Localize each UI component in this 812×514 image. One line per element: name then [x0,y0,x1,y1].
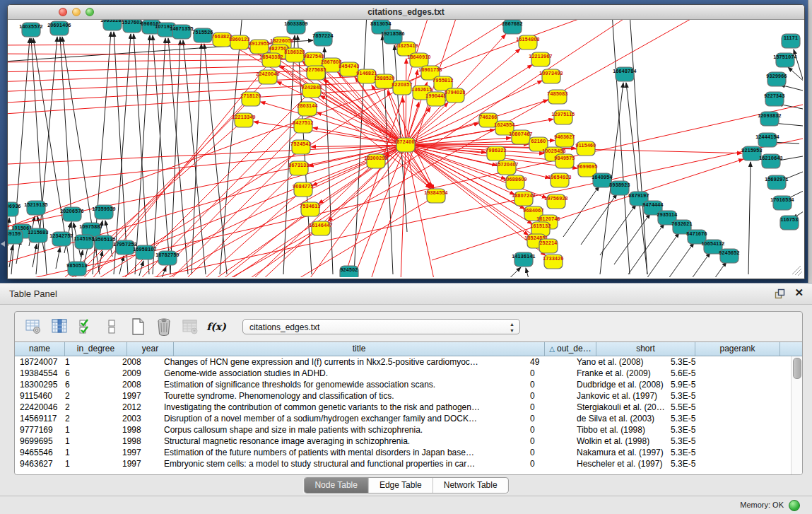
graph-node-label: 924502 [340,267,358,272]
table-settings-icon[interactable] [23,317,43,337]
graph-node-label: 19756928 [544,196,568,201]
column-header-year[interactable]: year [127,342,174,356]
graph-node-label: 8215953 [741,148,762,153]
graph-node-label: 19384554 [424,190,448,195]
table-cell: 5.3E-5 [666,413,746,424]
table-cell: 1997 [117,458,159,469]
function-builder-icon[interactable]: f(x) [206,317,226,337]
right-panel-edge[interactable] [808,0,812,283]
table-cell: 22420046 [15,402,60,413]
table-cell: 2012 [117,402,159,413]
table-cell: 0 [525,368,572,379]
graph-node-label: 116753 [781,217,799,222]
table-cell: 14569117 [15,413,60,424]
table-cell: 5.3E-5 [666,447,746,458]
graph-node-label: 10025458 [542,148,566,153]
graph-node-label: 7632621 [671,221,692,226]
table-cell: 49 [525,356,572,368]
window-resize-grip[interactable] [792,266,802,276]
graph-node-label: 1145193 [74,236,95,241]
graph-node-label: 9115460 [576,143,596,148]
column-header-title[interactable]: title [174,342,545,356]
graph-node-label: 7986322 [486,148,506,153]
graph-node-label: 26206936 [8,204,21,209]
table-vertical-scrollbar[interactable] [791,356,802,474]
column-header-out_de[interactable]: △out_de… [545,342,596,356]
graph-node-label: 19218586 [381,31,405,36]
table-row[interactable]: 1830029562008Estimation of significance … [15,379,802,390]
graph-node-label: 15720407 [495,162,519,167]
table-chooser-dropdown[interactable]: citations_edges.txt ▲▼ [242,319,520,334]
table-cell: Hescheler et al. (1997) [572,458,666,469]
table-cell: 5.3E-5 [666,390,746,402]
graph-node-label: 18640910 [407,54,431,59]
select-all-icon[interactable] [76,317,95,337]
float-panel-icon[interactable] [775,288,785,299]
table-cell: 5.3E-5 [666,424,746,436]
graph-node-label: 14671355 [170,26,194,31]
graph-node-label: 2935114 [657,212,678,217]
graph-node-label: 1215683 [28,230,48,235]
table-chooser-value: citations_edges.txt [249,322,319,332]
graph-node-label: 18807249 [512,193,536,198]
column-header-pagerank[interactable]: pagerank [695,342,780,356]
graph-node-label: 7534613 [300,204,320,209]
table-row[interactable]: 969969511998Structural magnetic resonanc… [15,436,802,447]
table-row[interactable]: 946554611997Estimation of the future num… [15,447,802,458]
table-cell: 0 [525,424,572,436]
panel-collapse-arrow[interactable] [1,241,5,247]
graph-node-label: 12444154 [755,134,779,139]
sort-ascending-icon: △ [549,345,555,353]
table-row[interactable]: 1456911722003Disruption of a novel membe… [15,413,802,424]
graph-node-label: 18300295 [364,156,388,160]
column-header-short[interactable]: short [596,342,695,356]
network-window[interactable]: citations_edges.txt 76638228860123891295… [7,4,805,279]
tab-edge-table[interactable]: Edge Table [368,478,433,493]
select-column-icon[interactable] [49,317,69,337]
column-header-in_degree[interactable]: in_degree [65,342,127,356]
window-titlebar[interactable]: citations_edges.txt [8,5,804,20]
graph-node-label: 16648784 [613,69,637,74]
graph-node-label: 1624554 [494,122,514,127]
tab-node-table[interactable]: Node Table [304,478,368,493]
unselect-all-icon[interactable] [102,317,122,337]
column-header-name[interactable]: name [15,342,65,356]
table-cell: 1998 [117,424,159,436]
graph-node-label: 8912955 [249,41,269,46]
table-row[interactable]: 1938455462009Genome-wide association stu… [15,368,802,379]
scrollbar-thumb[interactable] [793,358,801,379]
table-cell: Wolkin et al. (1998) [572,436,666,447]
graph-node-label: 17957253 [113,242,137,247]
graph-node-label: 10973493 [539,71,563,76]
table-row[interactable]: 1872400712008Changes of HCN gene express… [15,356,802,368]
graph-node-label: 7955812 [433,78,453,83]
new-table-icon[interactable] [128,317,148,337]
tab-network-table[interactable]: Network Table [433,478,508,493]
graph-node-label: 9684067 [523,208,543,213]
graph-node-label: 1527602 [122,20,142,25]
table-row[interactable]: 946362711997Embryonic stem cells: a mode… [15,458,802,469]
table-row[interactable]: 2242004622012Investigating the contribut… [15,402,802,413]
graph-node-label: 10654112 [701,241,724,246]
graph-node-label: 1588520 [374,76,394,81]
table-cell: 5.6E-5 [666,368,746,379]
table-row[interactable]: 977716911998Corpus callosum shape and si… [15,424,802,436]
memory-status-indicator[interactable] [789,500,800,511]
trash-icon[interactable] [154,317,174,337]
graph-node-label: 8938923 [609,182,630,187]
graph-node-label: 8860123 [229,37,249,42]
close-panel-icon[interactable]: ✕ [794,286,804,299]
graph-node-label: 9245652 [719,250,739,255]
table-cell: 1 [60,356,117,368]
graph-node-label: 19654923 [548,175,572,180]
table-row[interactable]: 911546021997Tourette syndrome. Phenomeno… [15,390,802,402]
graph-node-label: 10688609 [503,177,527,182]
network-canvas[interactable]: 7663822886012389129551822605898275038186… [8,20,803,277]
graph-node-label: 1733426 [543,256,563,261]
attribute-table: namein_degreeyeartitle△out_de…shortpager… [15,341,802,474]
table-cell: 1 [60,458,117,469]
graph-node-label: 12975115 [551,112,575,117]
table-body: 1872400712008Changes of HCN gene express… [15,356,802,469]
graph-node-label: 9275685 [305,67,326,72]
network-desktop: citations_edges.txt 76638228860123891295… [0,0,812,283]
